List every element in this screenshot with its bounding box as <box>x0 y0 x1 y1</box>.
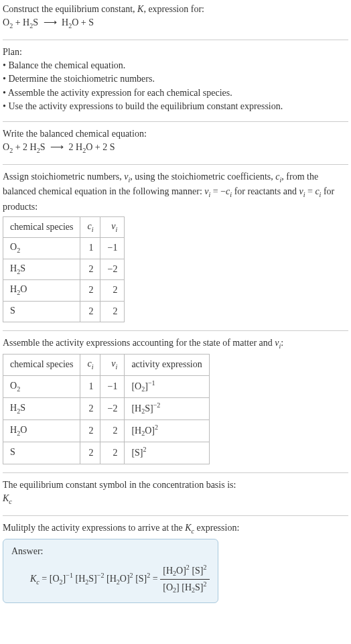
divider <box>3 164 348 165</box>
divider <box>3 40 348 40</box>
ae: [S] <box>131 448 143 458</box>
arrow-icon: ⟶ <box>48 141 66 154</box>
kc-k: K <box>30 573 36 583</box>
divider <box>3 330 348 331</box>
assemble-block: Assemble the activity expressions accoun… <box>3 336 348 351</box>
balanced-block: Write the balanced chemical equation: O2… <box>3 127 348 156</box>
h2s-h: H <box>30 142 37 152</box>
intro-text-b: , expression for: <box>143 4 204 14</box>
eq: = <box>150 573 160 583</box>
balanced-title: Write the balanced chemical equation: <box>3 129 147 139</box>
ae: [H <box>131 403 141 413</box>
ae: [O <box>131 381 141 391</box>
plan-bullet: • Use the activity expressions to build … <box>3 101 283 111</box>
term: S] <box>195 582 203 592</box>
stoich-text: , using the stoichiometric coefficients, <box>130 172 275 182</box>
h2o-h: H <box>62 17 68 27</box>
cell-c: 2 <box>80 301 100 322</box>
term: [H <box>182 582 192 592</box>
table-row: H2S 2 −2 <box>3 259 125 279</box>
divider <box>3 121 348 122</box>
cell-species: H2S <box>3 259 80 279</box>
table-row: O2 1 −1 <box>3 238 125 259</box>
term-exp: 2 <box>204 564 207 571</box>
sp: H <box>10 403 17 413</box>
eq-balanced: O2 + 2 H2S ⟶ 2 H2O + 2 S <box>3 142 115 152</box>
ae: O] <box>145 426 155 436</box>
multiply-block: Mulitply the activity expressions to arr… <box>3 521 348 536</box>
term-exp: 2 <box>204 580 207 588</box>
plus: + <box>13 142 23 152</box>
col-ci: ci <box>80 217 100 238</box>
sp: H <box>10 263 17 273</box>
sp: S <box>10 447 15 457</box>
cell-activity: [H2O]2 <box>125 420 209 442</box>
cell-species: O2 <box>3 375 80 397</box>
col-activity: activity expression <box>125 355 209 375</box>
table-row: H2O 2 2 <box>3 280 125 301</box>
sp: S <box>10 306 15 316</box>
h2o-h: H <box>76 142 82 152</box>
mult-text: Mulitply the activity expressions to arr… <box>3 523 185 533</box>
ae: S] <box>145 403 153 413</box>
symbol-block: The equilibrium constant symbol in the c… <box>3 478 348 507</box>
table-row: S 2 2 [S]2 <box>3 442 210 464</box>
cell-activity: [O2]−1 <box>125 375 209 397</box>
h2s-s: S <box>40 142 46 152</box>
cell-species: H2O <box>3 420 80 442</box>
kc-k: K <box>3 493 9 503</box>
term: S] <box>88 573 96 583</box>
stoich-text: Assign stoichiometric numbers, <box>3 172 124 182</box>
sp: H <box>10 425 17 435</box>
ae: [H <box>131 426 141 436</box>
cell-c: 1 <box>80 375 100 397</box>
cell-nu: −1 <box>100 375 125 397</box>
table-row: H2O 2 2 [H2O]2 <box>3 420 210 442</box>
sp: O <box>20 284 27 294</box>
cell-activity: [S]2 <box>125 442 209 464</box>
eq: = − <box>210 186 226 196</box>
cell-nu: 2 <box>100 301 125 322</box>
h2o-o: O <box>72 17 78 27</box>
plus: + <box>13 17 23 27</box>
intro-text: Construct the equilibrium constant, <box>3 4 137 14</box>
plus2: + <box>92 142 102 152</box>
cell-activity: [H2S]−2 <box>125 397 209 420</box>
kc-k: K <box>185 523 191 533</box>
fraction: [H2O]2 [S]2[O2] [H2S]2 <box>160 563 209 596</box>
ae-exp: 2 <box>155 424 158 431</box>
plan-block: Plan: • Balance the chemical equation. •… <box>3 46 348 113</box>
coef-2: 2 <box>102 142 110 152</box>
answer-box: Answer: Kc = [O2]−1 [H2S]−2 [H2O]2 [S]2 … <box>3 539 218 602</box>
cell-nu: −2 <box>100 259 125 279</box>
col-nui: νi <box>100 217 125 238</box>
sp: H <box>10 284 17 294</box>
cell-c: 1 <box>80 238 100 259</box>
cell-nu: −2 <box>100 397 125 420</box>
eq-unbalanced: O2 + H2S ⟶ H2O + S <box>3 17 94 27</box>
term: [S] <box>192 565 203 575</box>
term: O] <box>120 573 130 583</box>
term-exp: −2 <box>97 572 104 579</box>
ae-exp: 2 <box>143 446 147 453</box>
o2-o: O <box>3 142 9 152</box>
term: [O <box>50 573 60 583</box>
sp: S <box>20 263 25 273</box>
cell-species: H2O <box>3 280 80 301</box>
mult-text: expression: <box>194 523 239 533</box>
h2s-s: S <box>33 17 38 27</box>
nu-sub: i <box>116 226 118 233</box>
s: S <box>110 142 115 152</box>
term-exp: 2 <box>130 572 133 579</box>
term: O] <box>176 565 186 575</box>
col-species: chemical species <box>3 355 80 375</box>
cell-c: 2 <box>80 280 100 301</box>
table-header-row: chemical species ci νi <box>3 217 125 238</box>
plan-title: Plan: <box>3 47 22 57</box>
eq: = <box>305 186 315 196</box>
cell-species: H2S <box>3 397 80 420</box>
assemble-text: : <box>281 338 283 348</box>
term-exp: −1 <box>66 572 73 579</box>
k-symbol: K <box>137 4 143 14</box>
ae-exp: −1 <box>148 379 155 387</box>
